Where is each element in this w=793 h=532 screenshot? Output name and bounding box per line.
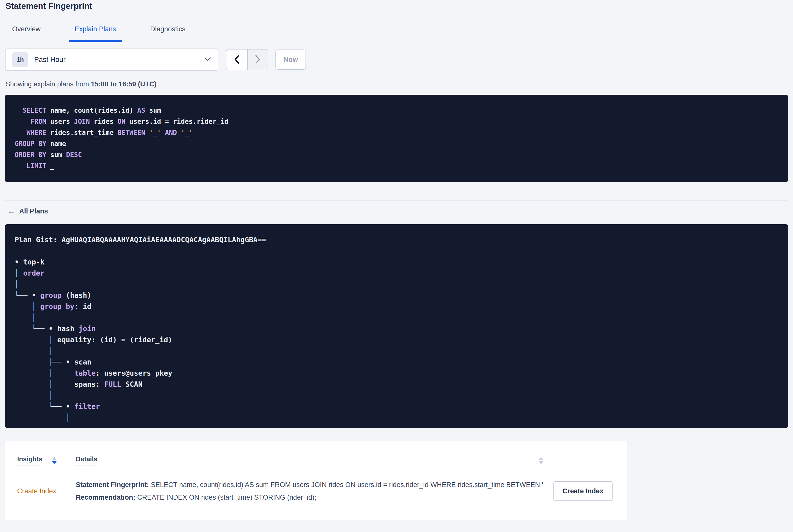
sort-icon[interactable] (539, 457, 543, 464)
create-index-link[interactable]: Create Index (17, 487, 56, 495)
insights-table-header: Insights Details (5, 441, 627, 472)
interval-badge: 1h (12, 52, 28, 67)
time-range-caption: Showing explain plans from 15:00 to 16:5… (5, 80, 793, 88)
chevron-right-icon (255, 55, 261, 65)
action-cell: Create Index (553, 481, 622, 501)
sql-statement-panel: SELECT name, count(rides.id) AS sum FROM… (5, 95, 788, 182)
now-button[interactable]: Now (276, 50, 306, 70)
create-index-button[interactable]: Create Index (553, 481, 612, 501)
tab-bar: Overview Explain Plans Diagnostics (0, 25, 793, 41)
statement-fingerprint-line: Statement Fingerprint: SELECT name, coun… (76, 478, 543, 491)
caption-prefix: Showing explain plans from (5, 80, 91, 88)
insights-column-label: Insights (17, 455, 42, 466)
tab-overview[interactable]: Overview (12, 25, 41, 41)
chevron-left-icon (234, 55, 240, 65)
tab-diagnostics[interactable]: Diagnostics (150, 25, 186, 41)
caption-range: 15:00 to 16:59 (UTC) (91, 80, 157, 88)
next-range-button[interactable] (247, 50, 268, 70)
all-plans-label: All Plans (19, 207, 48, 215)
plan-gist-panel: Plan Gist: AgHUAQIABQAAAAHYAQIAiAEAAAADC… (5, 224, 788, 428)
recommendation-line: Recommendation: CREATE INDEX ON rides (s… (76, 491, 543, 504)
sort-icon[interactable] (52, 457, 57, 464)
time-range-dropdown[interactable]: 1h Past Hour (5, 49, 218, 71)
sql-statement-code: SELECT name, count(rides.id) AS sum FROM… (15, 105, 778, 172)
plan-tree-code: • top-k│ order│└── • group (hash) │ grou… (15, 256, 778, 423)
plan-gist-label: Plan Gist: (15, 236, 57, 244)
table-row: Create Index Statement Fingerprint: SELE… (5, 472, 627, 510)
section-divider (5, 200, 788, 201)
time-nav-group (226, 49, 268, 70)
chevron-down-icon (204, 57, 211, 62)
plan-gist-line: Plan Gist: AgHUAQIABQAAAAHYAQIAiAEAAAADC… (15, 234, 778, 246)
insights-table: Insights Details Create Index Statement … (5, 441, 627, 520)
insight-cell: Create Index (5, 487, 76, 495)
insights-column-header: Insights (5, 455, 76, 466)
time-controls: 1h Past Hour Now (5, 49, 793, 71)
details-column-label: Details (76, 455, 97, 466)
prev-range-button[interactable] (226, 50, 247, 70)
left-arrow-icon: ← (7, 208, 15, 215)
plan-gist-value: AgHUAQIABQAAAAHYAQIAiAEAAAADCQACAgAABQIL… (61, 236, 266, 244)
time-range-label: Past Hour (34, 56, 66, 64)
tab-explain-plans[interactable]: Explain Plans (75, 25, 116, 41)
details-column-header: Details (76, 455, 553, 466)
details-cell: Statement Fingerprint: SELECT name, coun… (76, 478, 553, 504)
all-plans-link[interactable]: ← All Plans (7, 207, 48, 215)
page-title: Statement Fingerprint (5, 0, 793, 12)
